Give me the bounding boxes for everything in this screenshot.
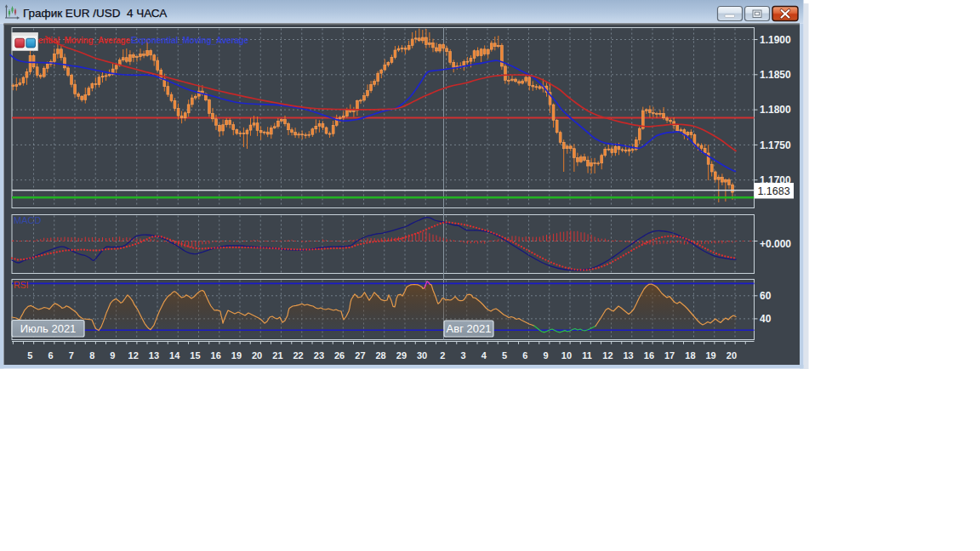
svg-text:22: 22 (293, 350, 303, 361)
svg-text:1.1850: 1.1850 (760, 69, 791, 81)
svg-text:График EUR /USD 4 ЧАСА: График EUR /USD 4 ЧАСА (23, 7, 167, 20)
svg-text:20: 20 (252, 350, 262, 361)
svg-text:13: 13 (149, 350, 159, 361)
svg-text:16: 16 (211, 350, 221, 361)
svg-text:19: 19 (231, 350, 242, 361)
svg-text:5: 5 (27, 350, 32, 361)
svg-text:13: 13 (623, 350, 633, 361)
svg-text:6: 6 (522, 350, 527, 361)
svg-text:14: 14 (169, 350, 180, 361)
svg-text:17: 17 (664, 350, 675, 361)
svg-text:6: 6 (48, 350, 54, 361)
svg-text:19: 19 (705, 350, 715, 361)
svg-text:Авг 2021: Авг 2021 (447, 322, 492, 335)
svg-text:11: 11 (582, 350, 592, 361)
svg-text:1.1750: 1.1750 (760, 139, 791, 151)
svg-text:MACD: MACD (14, 215, 41, 225)
svg-text:9: 9 (110, 350, 115, 361)
svg-text:26: 26 (334, 350, 345, 361)
svg-text:9: 9 (544, 350, 549, 361)
svg-text:7: 7 (69, 350, 74, 361)
svg-text:20: 20 (726, 350, 737, 361)
svg-text:21: 21 (272, 350, 282, 361)
svg-text:3: 3 (461, 350, 466, 361)
svg-text:1.1900: 1.1900 (760, 34, 791, 46)
svg-text:16: 16 (644, 350, 654, 361)
svg-text:28: 28 (375, 350, 385, 361)
svg-text:10: 10 (561, 350, 572, 361)
svg-text:23: 23 (314, 350, 324, 361)
svg-text:12: 12 (128, 350, 139, 361)
svg-text:2: 2 (440, 350, 445, 361)
svg-text:15: 15 (190, 350, 200, 361)
svg-text:60: 60 (760, 290, 772, 302)
svg-text:RSI: RSI (14, 280, 29, 290)
svg-text:8: 8 (89, 350, 94, 361)
svg-text:4: 4 (481, 350, 487, 361)
svg-text:Exponential_Moving_Average: Exponential_Moving_Average (131, 36, 249, 45)
svg-text:40: 40 (760, 313, 772, 325)
svg-text:1.1800: 1.1800 (760, 104, 791, 116)
svg-text:18: 18 (685, 350, 695, 361)
svg-text:Июль 2021: Июль 2021 (20, 322, 77, 335)
svg-text:27: 27 (355, 350, 365, 361)
svg-text:30: 30 (417, 350, 427, 361)
svg-text:12: 12 (602, 350, 612, 361)
svg-text:5: 5 (502, 350, 507, 361)
svg-text:+0.000: +0.000 (760, 238, 791, 250)
svg-text:29: 29 (396, 350, 407, 361)
svg-text:1.1683: 1.1683 (757, 185, 789, 197)
